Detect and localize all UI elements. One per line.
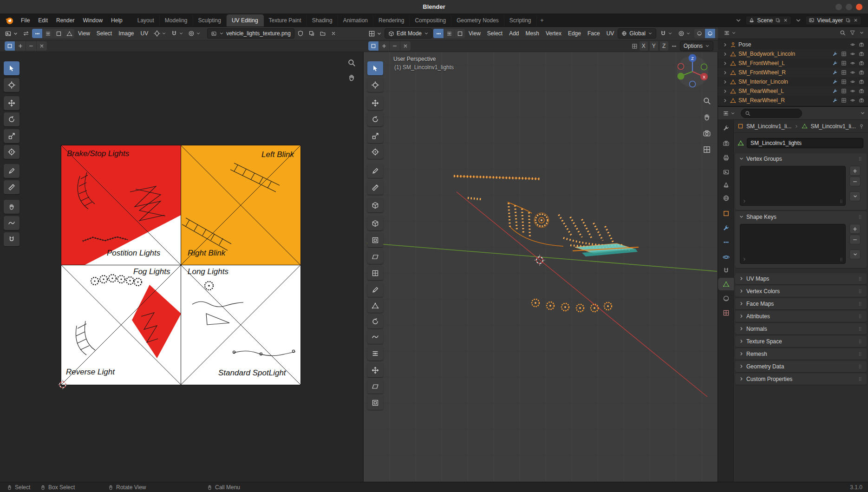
mode-selector[interactable]: Edit Mode [385,28,432,39]
editor-type-selector[interactable] [721,109,737,118]
panel-remesh[interactable]: Remesh [735,348,867,360]
hide-viewport-icon[interactable] [850,79,855,85]
tab-modifiers[interactable] [718,222,734,234]
close-icon[interactable] [853,18,858,23]
tool-move[interactable] [367,96,383,110]
workspace-tab-rendering[interactable]: Rendering [373,14,410,26]
uv-menu-uv[interactable]: UV [138,29,151,38]
tool-select-box[interactable] [4,61,20,75]
filter-icon[interactable] [849,30,855,36]
uv-menu-view[interactable]: View [75,29,93,38]
panel-face-maps[interactable]: Face Maps [735,298,867,309]
uv-select-mode-island[interactable] [64,29,74,38]
tab-particles[interactable] [718,236,734,249]
box-select-extend[interactable] [379,41,389,51]
workspace-tab-geometry-nodes[interactable]: Geometry Nodes [451,14,504,26]
workspace-tab-texture-paint[interactable]: Texture Paint [264,14,307,26]
outliner-item-frontwheel-l[interactable]: SM_FrontWheel_L [718,59,868,68]
mesh-name-field[interactable]: SM_Lincolnv1_lights [747,138,863,148]
panel-attributes[interactable]: Attributes [735,311,867,322]
vp-menu-uv[interactable]: UV [604,29,617,38]
menu-window[interactable]: Window [78,14,107,26]
tool-poly-build[interactable] [367,299,383,313]
copy-icon[interactable] [845,18,851,23]
panel-texture-space[interactable]: Texture Space [735,336,867,347]
vertex-groups-panel-header[interactable]: Vertex Groups [735,153,867,164]
mirror-y-toggle[interactable]: Y [650,41,658,51]
breadcrumb-object[interactable]: SM_Lincolnv1_li... [746,123,791,130]
disable-render-icon[interactable] [859,70,864,75]
box-select-set[interactable] [368,41,379,51]
orthographic-toggle-icon[interactable] [703,145,711,154]
vp-menu-vertex[interactable]: Vertex [543,29,564,38]
outliner-item-rearwheel-r[interactable]: SM_RearWheel_R [718,96,868,105]
tool-move[interactable] [4,96,20,110]
open-image-button[interactable] [318,29,328,38]
vp-menu-select[interactable]: Select [484,29,505,38]
hide-viewport-icon[interactable] [850,42,855,47]
outliner-item-pose[interactable]: Pose [718,40,868,49]
tool-loop-cut[interactable] [367,266,383,280]
tool-edge-slide[interactable] [367,347,383,361]
shading-solid[interactable] [705,29,715,38]
viewport-canvas[interactable]: User Perspective (1) SM_Lincolnv1_lights… [364,52,718,482]
tool-shear[interactable] [367,380,383,394]
vertex-group-specials-button[interactable] [849,191,861,201]
gizmo-y-axis[interactable] [678,73,685,80]
pan-hand-icon[interactable] [347,73,356,82]
tool-bevel[interactable] [367,250,383,264]
hide-viewport-icon[interactable] [850,70,855,75]
tool-grab[interactable] [4,200,20,214]
gizmo-x-neg[interactable] [678,64,684,70]
tool-select-box[interactable] [367,61,383,75]
uv-sync-selection-toggle[interactable] [21,29,31,38]
maximize-button[interactable] [846,4,852,10]
box-select-set[interactable] [5,41,15,51]
uv-2d-cursor[interactable] [58,380,68,390]
titlebar[interactable]: Blender [0,0,868,14]
new-image-button[interactable] [307,29,317,38]
tool-add-cube[interactable] [367,198,383,212]
shape-key-specials-button[interactable] [849,249,861,259]
select-mode-vertex[interactable] [433,29,444,38]
menu-file[interactable]: File [17,14,34,26]
tool-transform[interactable] [367,145,383,159]
hide-viewport-icon[interactable] [850,51,855,57]
disable-render-icon[interactable] [859,51,864,57]
image-selector[interactable]: vehicle_lights_texture.png [207,28,294,39]
uv-select-mode-vertex[interactable] [32,29,42,38]
tab-physics[interactable] [718,251,734,263]
tab-render[interactable] [718,137,734,150]
uv-pivot-selector[interactable] [152,29,168,38]
expand-icon[interactable] [723,89,728,94]
uv-texture-image[interactable]: Brake/Stop Lights Left Blink Postition L… [61,145,300,385]
expand-icon[interactable] [723,61,728,66]
workspace-tab-modeling[interactable]: Modeling [160,14,193,26]
workspace-tab-uv-editing[interactable]: UV Editing [227,14,264,26]
workspace-tab-compositing[interactable]: Compositing [410,14,451,26]
chevron-down-icon[interactable] [859,30,864,35]
pin-icon[interactable] [859,124,864,129]
vp-menu-face[interactable]: Face [585,29,603,38]
shape-key-add-button[interactable] [849,224,861,234]
tool-rotate[interactable] [4,112,20,126]
tool-smooth[interactable] [367,330,383,344]
vp-menu-view[interactable]: View [466,29,483,38]
add-workspace-button[interactable]: + [537,14,548,26]
editor-type-selector[interactable] [366,29,384,38]
expand-icon[interactable] [723,52,728,57]
hide-viewport-icon[interactable] [850,98,855,103]
hide-viewport-icon[interactable] [850,60,855,66]
uv-select-mode-edge[interactable] [43,29,53,38]
gizmo-y-neg[interactable] [701,64,707,70]
panel-custom-properties[interactable]: Custom Properties [735,374,867,385]
unlink-image-button[interactable] [329,30,338,37]
mirror-z-toggle[interactable]: Z [660,41,668,51]
scene-selector[interactable]: Scene [745,16,791,25]
tool-scale[interactable] [367,129,383,143]
tool-measure[interactable] [4,180,20,194]
expand-icon[interactable] [723,70,728,75]
select-mode-face[interactable] [455,29,465,38]
list-filter-toggle-icon[interactable] [742,257,747,262]
hide-viewport-icon[interactable] [850,88,855,94]
